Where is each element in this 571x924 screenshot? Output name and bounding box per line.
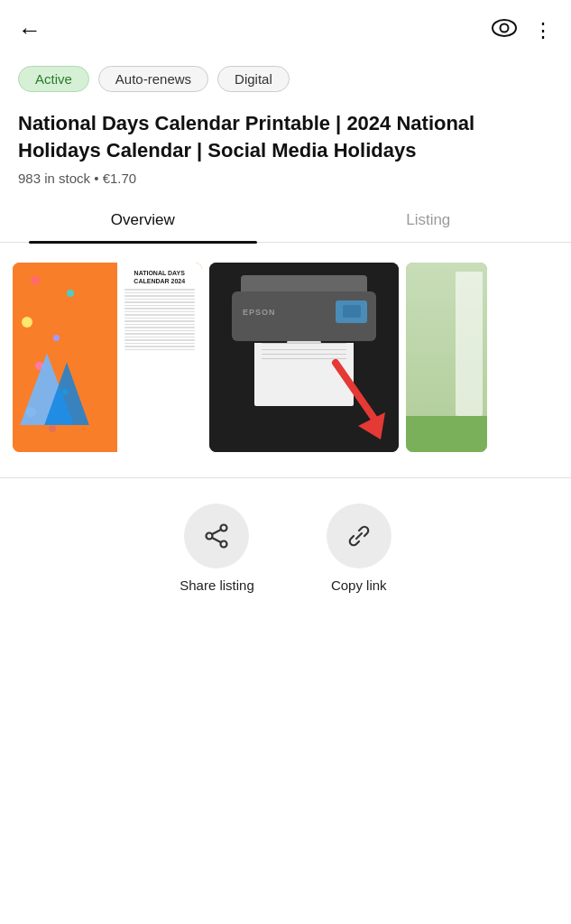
calendar-preview-lines — [124, 289, 195, 352]
listing-price: €1.70 — [103, 171, 137, 186]
image-thumbnail-3[interactable] — [406, 263, 487, 452]
tag-active[interactable]: Active — [18, 66, 89, 92]
tabs: Overview Listing — [0, 199, 571, 243]
calendar-preview-title: NATIONAL DAYSCALENDAR 2024 — [134, 270, 185, 285]
copy-link-action[interactable]: Copy link — [327, 504, 391, 593]
image-orange-bg — [13, 263, 117, 452]
svg-line-2 — [336, 363, 376, 421]
svg-line-7 — [213, 530, 222, 534]
tags-row: Active Auto-renews Digital — [0, 53, 571, 101]
image-thumbnail-1[interactable]: NATIONAL DAYSCALENDAR 2024 — [13, 263, 202, 452]
stock-count: 983 in stock — [18, 171, 90, 186]
eye-icon[interactable] — [492, 19, 517, 42]
share-listing-button[interactable] — [184, 504, 249, 568]
listing-title: National Days Calendar Printable | 2024 … — [0, 101, 571, 167]
image-calendar-preview: NATIONAL DAYSCALENDAR 2024 — [117, 263, 203, 452]
svg-point-1 — [501, 23, 509, 32]
svg-point-0 — [493, 20, 516, 36]
back-button[interactable]: ← — [18, 16, 41, 44]
tab-overview[interactable]: Overview — [0, 199, 286, 242]
share-listing-label: Share listing — [180, 578, 254, 593]
header: ← ⋮ — [0, 0, 571, 53]
tag-digital[interactable]: Digital — [217, 66, 290, 92]
more-options-icon[interactable]: ⋮ — [533, 19, 553, 42]
header-actions: ⋮ — [492, 19, 553, 42]
separator: • — [90, 171, 103, 186]
image-thumbnail-2[interactable]: EPSON ▶ — [209, 263, 399, 452]
tag-auto-renews[interactable]: Auto-renews — [98, 66, 208, 92]
stock-price: 983 in stock • €1.70 — [0, 167, 571, 199]
copy-link-button[interactable] — [327, 504, 391, 568]
tab-listing[interactable]: Listing — [286, 199, 572, 242]
outdoor-image — [406, 263, 487, 452]
svg-line-8 — [213, 538, 222, 542]
copy-link-label: Copy link — [331, 578, 387, 593]
share-listing-action[interactable]: Share listing — [180, 504, 254, 593]
images-section: NATIONAL DAYSCALENDAR 2024 — [0, 243, 571, 461]
printer-image: EPSON ▶ — [209, 263, 399, 452]
bottom-actions: Share listing Copy link — [0, 478, 571, 611]
red-arrow — [318, 358, 390, 443]
image-carousel: NATIONAL DAYSCALENDAR 2024 — [0, 263, 500, 452]
